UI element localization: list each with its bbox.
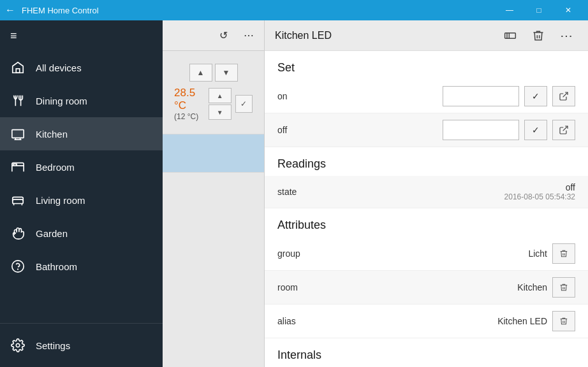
room-value: Kitchen xyxy=(517,282,547,292)
sidebar-item-all-devices[interactable]: All devices xyxy=(0,51,163,84)
set-on-input[interactable] xyxy=(443,86,519,106)
thermostat-device-item[interactable]: ▲ ▼ 28.5 °C (12 °C) ▲ ▼ ✓ xyxy=(163,51,264,134)
sidebar-item-label-kitchen: Kitchen xyxy=(36,129,68,140)
question-icon xyxy=(10,259,26,274)
sidebar: ≡ All devices xyxy=(0,20,163,367)
set-on-check-button[interactable]: ✓ xyxy=(524,86,547,106)
details-panel: Kitchen LED ⋯ xyxy=(265,20,588,367)
set-off-row: off ✓ xyxy=(265,113,588,147)
temp-down-right-button[interactable]: ▼ xyxy=(209,104,232,120)
sidebar-item-bedroom[interactable]: Bedroom xyxy=(0,150,163,184)
details-actions: ⋯ xyxy=(499,24,578,47)
more-button[interactable]: ⋯ xyxy=(555,24,578,47)
attr-group-row: group Licht xyxy=(265,237,588,271)
sidebar-item-label-garden: Garden xyxy=(36,228,68,239)
details-content: Set on ✓ off ✓ xyxy=(265,51,588,367)
sidebar-header: ≡ xyxy=(0,20,163,51)
sidebar-item-label-living-room: Living room xyxy=(36,195,85,206)
sidebar-item-dining-room[interactable]: Dining room xyxy=(0,84,163,117)
sidebar-item-settings[interactable]: Settings xyxy=(0,329,163,362)
group-delete-button[interactable] xyxy=(552,243,575,264)
temp-display: 28.5 °C (12 °C) ▲ ▼ ✓ xyxy=(174,87,253,121)
attr-room-row: room Kitchen xyxy=(265,271,588,305)
set-section-header: Set xyxy=(265,51,588,80)
gear-icon xyxy=(10,338,26,353)
minimize-button[interactable]: — xyxy=(495,0,524,20)
alias-value: Kitchen LED xyxy=(497,316,547,326)
titlebar: ← FHEM Home Control — □ ✕ xyxy=(0,0,588,20)
temp-arrows-top: ▲ ▼ xyxy=(189,64,238,82)
rename-button[interactable] xyxy=(499,24,522,47)
svg-line-16 xyxy=(563,92,568,97)
readings-section-header: Readings xyxy=(265,147,588,176)
sidebar-item-label-bedroom: Bedroom xyxy=(36,162,75,173)
temp-target-value: (12 °C) xyxy=(174,112,198,121)
temp-up-button[interactable]: ▲ xyxy=(189,64,212,82)
set-on-label: on xyxy=(277,91,316,101)
more-options-button[interactable]: ⋯ xyxy=(239,25,259,46)
group-label: group xyxy=(277,248,328,259)
readings-state-row: state off 2016-08-05 05:54:32 xyxy=(265,176,588,208)
sidebar-footer: Settings xyxy=(0,323,163,367)
sidebar-item-label-all-devices: All devices xyxy=(36,62,82,73)
svg-point-12 xyxy=(16,343,20,347)
set-off-check-button[interactable]: ✓ xyxy=(524,120,547,140)
alias-label: alias xyxy=(277,316,328,326)
attributes-section-header: Attributes xyxy=(265,208,588,237)
set-off-label: off xyxy=(277,125,316,135)
set-on-link-button[interactable] xyxy=(552,86,575,106)
window-controls: — □ ✕ xyxy=(495,0,583,20)
svg-line-17 xyxy=(563,126,568,131)
sidebar-item-living-room[interactable]: Living room xyxy=(0,184,163,217)
sidebar-item-garden[interactable]: Garden xyxy=(0,217,163,250)
svg-point-10 xyxy=(12,261,24,272)
thermostat-widget: ▲ ▼ 28.5 °C (12 °C) ▲ ▼ ✓ xyxy=(169,56,258,129)
set-off-input[interactable] xyxy=(443,120,519,140)
set-on-row: on ✓ xyxy=(265,80,588,113)
sidebar-item-bathroom[interactable]: Bathroom xyxy=(0,250,163,283)
internals-section-header: Internals xyxy=(265,338,588,367)
device-list-toolbar: ↺ ⋯ xyxy=(163,20,264,51)
state-value: off 2016-08-05 05:54:32 xyxy=(504,182,575,201)
delete-button[interactable] xyxy=(527,24,550,47)
settings-label: Settings xyxy=(36,340,70,351)
svg-rect-3 xyxy=(12,130,24,138)
home-icon xyxy=(10,60,26,75)
alias-delete-button[interactable] xyxy=(552,311,575,331)
temp-current-value: 28.5 °C xyxy=(174,87,205,112)
set-off-link-button[interactable] xyxy=(552,120,575,140)
details-header: Kitchen LED ⋯ xyxy=(265,20,588,51)
bed-icon xyxy=(10,159,26,175)
utensils-icon xyxy=(10,93,26,108)
sidebar-item-kitchen[interactable]: Kitchen xyxy=(0,117,163,150)
hand-icon xyxy=(10,226,26,241)
device-list-panel: ↺ ⋯ ▲ ▼ 28.5 °C (12 °C) ▲ ▼ xyxy=(163,20,265,367)
refresh-button[interactable]: ↺ xyxy=(213,25,233,46)
state-label: state xyxy=(277,187,328,197)
svg-rect-13 xyxy=(505,32,516,38)
sofa-icon xyxy=(10,192,26,208)
app-title: FHEM Home Control xyxy=(22,6,495,15)
close-button[interactable]: ✕ xyxy=(554,0,583,20)
main-layout: ≡ All devices xyxy=(0,20,588,367)
temp-down-button[interactable]: ▼ xyxy=(215,64,238,82)
attr-alias-row: alias Kitchen LED xyxy=(265,305,588,338)
details-title: Kitchen LED xyxy=(275,30,491,41)
temp-confirm-button[interactable]: ✓ xyxy=(235,95,253,113)
tv-icon xyxy=(10,126,26,141)
room-delete-button[interactable] xyxy=(552,277,575,298)
back-button[interactable]: ← xyxy=(5,4,15,16)
room-label: room xyxy=(277,282,328,292)
hamburger-icon[interactable]: ≡ xyxy=(10,29,17,43)
temp-up-right-button[interactable]: ▲ xyxy=(209,88,232,103)
led-device-item[interactable] xyxy=(163,134,264,173)
sidebar-item-label-bathroom: Bathroom xyxy=(36,261,77,272)
maximize-button[interactable]: □ xyxy=(524,0,554,20)
sidebar-nav: All devices Dining room xyxy=(0,51,163,323)
sidebar-item-label-dining-room: Dining room xyxy=(36,96,87,106)
svg-rect-0 xyxy=(16,69,20,73)
group-value: Licht xyxy=(528,248,547,259)
svg-rect-7 xyxy=(13,199,24,203)
